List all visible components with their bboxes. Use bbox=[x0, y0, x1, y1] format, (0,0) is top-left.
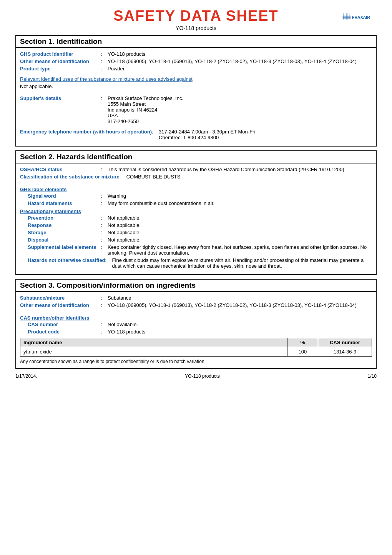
section2-body: OSHA/HCS status : This material is consi… bbox=[15, 163, 377, 275]
page-footer: 1/17/2014. YO-118 products 1/10 bbox=[15, 373, 377, 379]
table-footnote: Any concentration shown as a range is to… bbox=[20, 359, 372, 364]
disposal-label: Disposal bbox=[20, 237, 101, 243]
main-title: SAFETY DATA SHEET bbox=[15, 8, 377, 24]
ingredient-name-cell: yttrium oxide bbox=[20, 347, 287, 357]
footer-page: 1/10 bbox=[368, 373, 377, 379]
s3-other-means-label: Other means of identification bbox=[20, 302, 101, 308]
section3-header: Section 3. Composition/information on in… bbox=[15, 279, 377, 292]
product-type-row: Product type : Powder. bbox=[20, 66, 372, 72]
substance-mixture-row: Substance/mixture : Substance bbox=[20, 295, 372, 301]
supplier-value: Praxair Surface Technologies, Inc. 1555 … bbox=[108, 95, 372, 124]
supplemental-row: Supplemental label elements : Keep conta… bbox=[20, 244, 372, 256]
hazards-nc-label: Hazards not otherwise classified bbox=[20, 257, 105, 263]
page-header: SAFETY DATA SHEET YO-118 products PRAXAI… bbox=[15, 8, 377, 31]
product-code-value: YO-118 products bbox=[108, 329, 372, 335]
col-header-pct: % bbox=[287, 338, 318, 347]
cas-number-value: Not available. bbox=[108, 322, 372, 327]
praxair-logo-icon: PRAXAIR bbox=[342, 11, 377, 23]
other-means-row: Other means of identification : YO-118 (… bbox=[20, 58, 372, 64]
prevention-value: Not applicable. bbox=[108, 215, 372, 221]
prevention-label: Prevention bbox=[20, 215, 101, 221]
section3-body: Substance/mixture : Substance Other mean… bbox=[15, 292, 377, 369]
cas-identifiers-label: CAS number/other identifiers bbox=[20, 315, 372, 321]
ingredients-table: Ingredient name % CAS number yttrium oxi… bbox=[20, 338, 372, 357]
classification-row: Classification of the substance or mixtu… bbox=[20, 174, 372, 180]
ghs-product-row: GHS product identifier : YO-118 products bbox=[20, 51, 372, 57]
osha-row: OSHA/HCS status : This material is consi… bbox=[20, 167, 372, 172]
hazard-statements-row: Hazard statements : May form combustible… bbox=[20, 200, 372, 206]
precautionary-label: Precautionary statements bbox=[20, 208, 372, 214]
subtitle: YO-118 products bbox=[15, 25, 377, 31]
section1-header: Section 1. Identification bbox=[15, 35, 377, 48]
signal-word-row: Signal word : Warning bbox=[20, 193, 372, 199]
emergency-value: 317-240-2484 7:00am - 3:30pm ET Mon-Fri … bbox=[159, 129, 372, 140]
supplier-label: Supplier's details bbox=[20, 95, 101, 101]
ghs-product-value: YO-118 products bbox=[108, 51, 372, 57]
section1-body: GHS product identifier : YO-118 products… bbox=[15, 48, 377, 147]
ingredient-cas-cell: 1314-36-9 bbox=[318, 347, 372, 357]
signal-word-label: Signal word bbox=[20, 193, 101, 199]
supplemental-label: Supplemental label elements bbox=[20, 244, 101, 250]
supplier-row: Supplier's details : Praxair Surface Tec… bbox=[20, 95, 372, 124]
response-value: Not applicable. bbox=[108, 222, 372, 228]
substance-mixture-label: Substance/mixture bbox=[20, 295, 101, 301]
substance-mixture-value: Substance bbox=[108, 295, 372, 301]
product-type-label: Product type bbox=[20, 66, 101, 72]
emergency-label: Emergency telephone number (with hours o… bbox=[20, 129, 152, 135]
relevant-link[interactable]: Relevant identified uses of the substanc… bbox=[20, 76, 193, 82]
ghs-label-elements: GHS label elements bbox=[20, 187, 372, 192]
osha-value: This material is considered hazardous by… bbox=[108, 167, 372, 172]
ingredient-pct-cell: 100 bbox=[287, 347, 318, 357]
hazards-row: Hazards not otherwise classified : Fine … bbox=[20, 257, 372, 269]
prevention-row: Prevention : Not applicable. bbox=[20, 215, 372, 221]
col-header-ingredient: Ingredient name bbox=[20, 338, 287, 347]
signal-word-value: Warning bbox=[108, 193, 372, 199]
storage-value: Not applicable. bbox=[108, 230, 372, 235]
ghs-product-label: GHS product identifier bbox=[20, 51, 101, 57]
section2-header: Section 2. Hazards identification bbox=[15, 150, 377, 163]
disposal-row: Disposal : Not applicable. bbox=[20, 237, 372, 243]
other-means-value: YO-118 (069005), YO-118-1 (069013), YO-1… bbox=[108, 58, 372, 64]
storage-label: Storage bbox=[20, 230, 101, 235]
classification-value: COMBUSTIBLE DUSTS bbox=[126, 174, 372, 180]
logo-area: PRAXAIR bbox=[342, 11, 377, 23]
cas-number-row: CAS number : Not available. bbox=[20, 322, 372, 327]
s3-other-means-row: Other means of identification : YO-118 (… bbox=[20, 302, 372, 308]
supplemental-value: Keep container tightly closed. Keep away… bbox=[108, 244, 372, 256]
relevant-note: Not applicable. bbox=[20, 83, 372, 89]
response-row: Response : Not applicable. bbox=[20, 222, 372, 228]
hazard-statements-value: May form combustible dust concentrations… bbox=[108, 200, 372, 206]
product-code-row: Product code : YO-118 products bbox=[20, 329, 372, 335]
hazard-statements-label: Hazard statements bbox=[20, 200, 101, 206]
response-label: Response bbox=[20, 222, 101, 228]
classification-label: Classification of the substance or mixtu… bbox=[20, 174, 120, 180]
svg-text:PRAXAIR: PRAXAIR bbox=[352, 15, 370, 20]
table-row: yttrium oxide 100 1314-36-9 bbox=[20, 347, 372, 357]
product-type-value: Powder. bbox=[108, 66, 372, 72]
s3-other-means-value: YO-118 (069005), YO-118-1 (069013), YO-1… bbox=[108, 302, 372, 308]
cas-number-label: CAS number bbox=[20, 322, 101, 327]
hazards-nc-value: Fine dust clouds may form explosive mixt… bbox=[112, 257, 372, 269]
disposal-value: Not applicable. bbox=[108, 237, 372, 243]
storage-row: Storage : Not applicable. bbox=[20, 230, 372, 235]
other-means-label: Other means of identification bbox=[20, 58, 101, 64]
footer-product: YO-118 products bbox=[185, 373, 220, 379]
emergency-row: Emergency telephone number (with hours o… bbox=[20, 129, 372, 140]
product-code-label: Product code bbox=[20, 329, 101, 335]
footer-date: 1/17/2014. bbox=[15, 373, 37, 379]
col-header-cas: CAS number bbox=[318, 338, 372, 347]
osha-label: OSHA/HCS status bbox=[20, 167, 101, 172]
